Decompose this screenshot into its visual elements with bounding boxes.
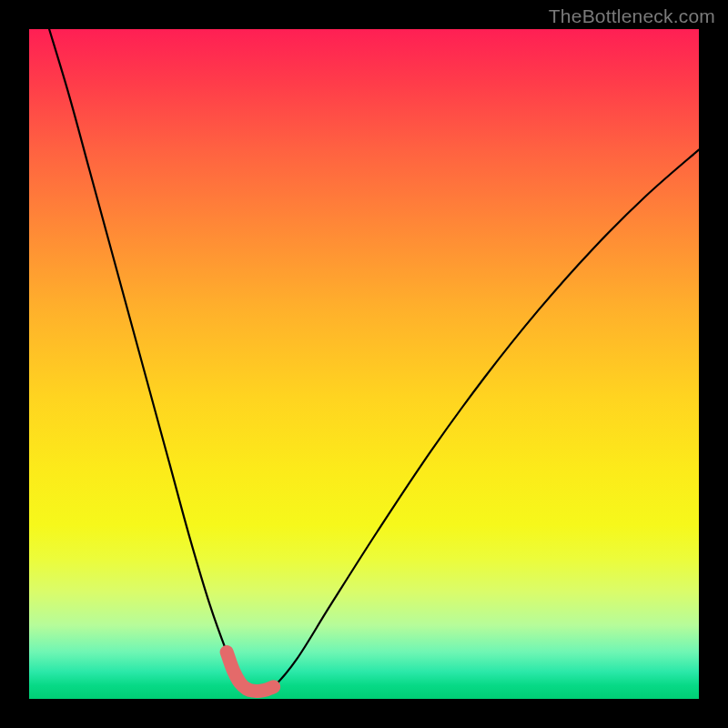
chart-frame: TheBottleneck.com: [0, 0, 728, 728]
bottleneck-curve: [49, 29, 699, 691]
chart-svg: [29, 29, 699, 699]
watermark-text: TheBottleneck.com: [549, 5, 715, 27]
plot-area: [29, 29, 699, 699]
highlight-segment: [227, 652, 274, 691]
